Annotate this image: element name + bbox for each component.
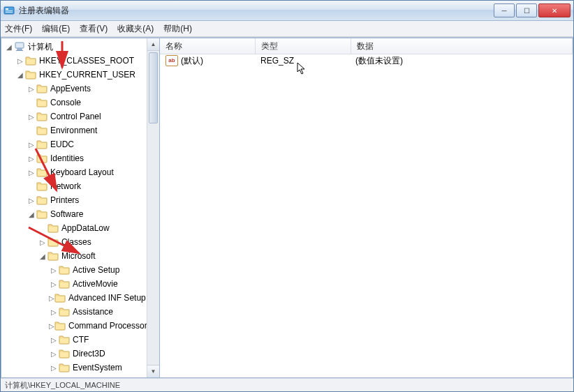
tree-pane: ◢计算机▷HKEY_CLASSES_ROOT◢HKEY_CURRENT_USER… (1, 38, 160, 378)
tree-node-direct3d[interactable]: ▷Direct3D (1, 347, 147, 361)
tree-node-classes[interactable]: ▷Classes (1, 235, 147, 249)
tree-node-hkey-current-user[interactable]: ◢HKEY_CURRENT_USER (1, 68, 147, 82)
title-bar[interactable]: 注册表编辑器 ─ ☐ ✕ (1, 1, 573, 21)
tree-node-microsoft[interactable]: ◢Microsoft (1, 249, 147, 263)
tree-label: Software (50, 209, 83, 219)
tree-label: Direct3D (73, 349, 105, 359)
values-list[interactable]: ab (默认) REG_SZ (数值未设置) (160, 54, 573, 377)
value-name: (默认) (181, 55, 203, 67)
menu-help[interactable]: 帮助(H) (163, 23, 192, 35)
tree-label: Printers (50, 195, 79, 205)
window-controls: ─ ☐ ✕ (494, 3, 571, 17)
string-value-icon: ab (165, 55, 178, 66)
menu-edit[interactable]: 编辑(E) (42, 23, 70, 35)
column-name[interactable]: 名称 (160, 38, 256, 54)
values-pane: 名称 类型 数据 ab (默认) REG_SZ (数值未设置) (160, 38, 573, 378)
value-type: REG_SZ (255, 56, 350, 66)
tree-node-network[interactable]: ▷Network (1, 179, 147, 193)
tree-node-hkey-classes-root[interactable]: ▷HKEY_CLASSES_ROOT (1, 54, 147, 68)
scroll-up-button[interactable]: ▲ (147, 38, 159, 51)
close-button[interactable]: ✕ (538, 3, 571, 17)
app-icon (3, 5, 15, 16)
registry-tree[interactable]: ◢计算机▷HKEY_CLASSES_ROOT◢HKEY_CURRENT_USER… (1, 38, 159, 377)
tree-scrollbar[interactable]: ▲ ▼ (147, 38, 159, 377)
maximize-button[interactable]: ☐ (516, 3, 537, 17)
status-path: 计算机\HKEY_LOCAL_MACHINE (5, 380, 120, 391)
column-data[interactable]: 数据 (351, 38, 573, 54)
tree-node-environment[interactable]: ▷Environment (1, 123, 147, 137)
tree-node-active-setup[interactable]: ▷Active Setup (1, 263, 147, 277)
tree-node-activemovie[interactable]: ▷ActiveMovie (1, 277, 147, 291)
tree-node-computer[interactable]: ◢计算机 (1, 40, 147, 54)
tree-node-control-panel[interactable]: ▷Control Panel (1, 110, 147, 123)
tree-label: Control Panel (50, 112, 101, 121)
menu-file[interactable]: 文件(F) (5, 23, 32, 35)
tree-node-eudc[interactable]: ▷EUDC (1, 137, 147, 151)
tree-label: EUDC (50, 140, 74, 149)
svg-rect-3 (6, 12, 13, 13)
client-area: ◢计算机▷HKEY_CLASSES_ROOT◢HKEY_CURRENT_USER… (1, 37, 573, 378)
scroll-thumb[interactable] (149, 52, 158, 123)
registry-editor-window: 注册表编辑器 ─ ☐ ✕ 文件(F) 编辑(E) 查看(V) 收藏夹(A) 帮助… (0, 0, 574, 392)
value-name-cell: ab (默认) (160, 55, 255, 67)
tree-label: Environment (50, 126, 97, 135)
svg-rect-4 (15, 43, 24, 48)
svg-rect-1 (6, 8, 8, 10)
tree-label: AppEvents (50, 84, 91, 93)
tree-node-eventsystem[interactable]: ▷EventSystem (1, 361, 147, 375)
tree-label: AppDataLow (61, 223, 110, 233)
tree-label: Active Setup (73, 265, 119, 275)
menu-view[interactable]: 查看(V) (80, 23, 108, 35)
menu-bar: 文件(F) 编辑(E) 查看(V) 收藏夹(A) 帮助(H) (1, 21, 573, 37)
tree-label: HKEY_CLASSES_ROOT (39, 56, 134, 66)
tree-node-software[interactable]: ◢Software (1, 207, 147, 221)
window-title: 注册表编辑器 (19, 5, 494, 17)
tree-label: EventSystem (73, 363, 122, 372)
tree-node-command-processor[interactable]: ▷Command Processor (1, 319, 147, 333)
tree-label: Network (50, 181, 81, 191)
tree-label: Microsoft (61, 251, 96, 261)
value-row[interactable]: ab (默认) REG_SZ (数值未设置) (160, 54, 573, 67)
scroll-down-button[interactable]: ▼ (147, 365, 159, 377)
tree-label: HKEY_CURRENT_USER (39, 70, 135, 80)
tree-node-advanced-inf-setup[interactable]: ▷Advanced INF Setup (1, 291, 147, 305)
tree-node-appdatalow[interactable]: ▷AppDataLow (1, 221, 147, 235)
value-data: (数值未设置) (350, 55, 573, 67)
svg-rect-2 (6, 10, 13, 11)
svg-rect-5 (17, 49, 22, 50)
tree-node-appevents[interactable]: ▷AppEvents (1, 82, 147, 96)
tree-label: Identities (50, 153, 84, 163)
tree-label: Assistance (73, 307, 113, 317)
column-type[interactable]: 类型 (256, 38, 351, 54)
tree-node-ctf[interactable]: ▷CTF (1, 333, 147, 347)
minimize-button[interactable]: ─ (494, 3, 515, 17)
svg-rect-6 (16, 50, 23, 51)
values-header: 名称 类型 数据 (160, 38, 573, 54)
tree-label: Advanced INF Setup (68, 293, 146, 303)
tree-node-printers[interactable]: ▷Printers (1, 193, 147, 207)
tree-label: Console (50, 98, 81, 107)
tree-node-identities[interactable]: ▷Identities (1, 151, 147, 165)
tree-node-keyboard-layout[interactable]: ▷Keyboard Layout (1, 165, 147, 179)
status-bar: 计算机\HKEY_LOCAL_MACHINE (1, 378, 573, 391)
tree-label: Classes (61, 237, 91, 247)
tree-node-assistance[interactable]: ▷Assistance (1, 305, 147, 319)
tree-label: Keyboard Layout (50, 167, 114, 177)
menu-favorites[interactable]: 收藏夹(A) (117, 23, 154, 35)
tree-label: Command Processor (68, 321, 147, 331)
tree-label: ActiveMovie (73, 279, 118, 289)
tree-node-console[interactable]: ▷Console (1, 96, 147, 110)
tree-label: CTF (73, 335, 89, 345)
tree-label: 计算机 (28, 41, 53, 53)
